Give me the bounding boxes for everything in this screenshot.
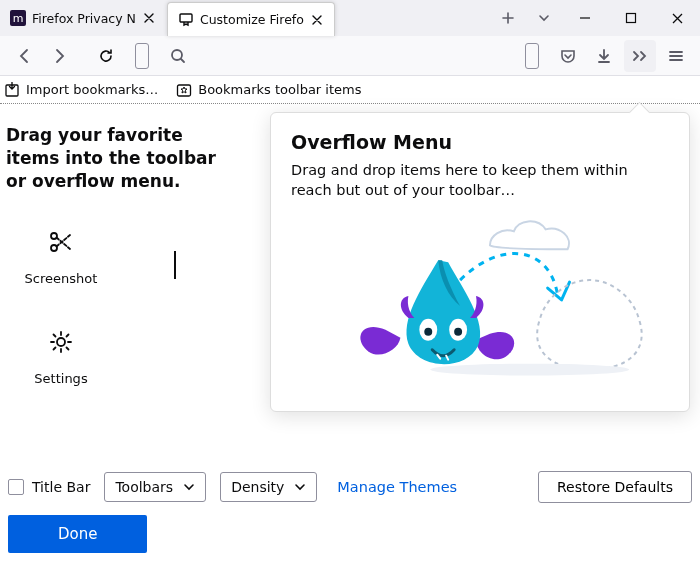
palette-item-screenshot[interactable]: Screenshot [6,223,116,323]
gear-icon [42,323,80,361]
svg-point-13 [424,328,432,336]
titlebar-checkbox[interactable]: Title Bar [8,479,90,495]
import-bookmarks-button[interactable]: Import bookmarks… [4,82,158,98]
flex-space-right[interactable] [516,40,548,72]
search-button[interactable] [162,40,194,72]
import-bookmarks-label: Import bookmarks… [26,82,158,97]
bookmarks-folder-item[interactable]: Bookmarks toolbar items [176,82,361,98]
overflow-menu-panel: Overflow Menu Drag and drop items here t… [270,112,690,412]
app-menu-button[interactable] [660,40,692,72]
palette-heading: Drag your favorite items into the toolba… [6,124,238,193]
close-icon[interactable] [142,11,156,25]
reload-button[interactable] [90,40,122,72]
pocket-button[interactable] [552,40,584,72]
restore-defaults-button[interactable]: Restore Defaults [538,471,692,503]
bookmarks-folder-label: Bookmarks toolbar items [198,82,361,97]
svg-rect-2 [180,14,192,22]
flex-space-left[interactable] [126,40,158,72]
chevron-down-icon [294,481,306,493]
svg-text:m: m [13,12,24,25]
back-button[interactable] [8,40,40,72]
tab-customize[interactable]: Customize Firefo [167,2,335,36]
tab-label: Customize Firefo [200,12,304,27]
close-window-button[interactable] [654,0,700,36]
svg-point-9 [57,338,65,346]
tab-strip: m Firefox Privacy N Customize Firefo [0,0,490,36]
maximize-button[interactable] [608,0,654,36]
window-controls [562,0,700,36]
palette-item-label: Settings [34,371,87,386]
paintbrush-icon [178,12,194,28]
toolbars-dropdown[interactable]: Toolbars [104,472,206,502]
overflow-button[interactable] [624,40,656,72]
density-label: Density [231,479,284,495]
overflow-description: Drag and drop items here to keep them wi… [291,161,669,200]
tabs-dropdown-button[interactable] [526,0,562,36]
customize-footer: Title Bar Toolbars Density Manage Themes… [0,459,700,565]
favicon-icon: m [10,10,26,26]
titlebar-label: Title Bar [32,479,90,495]
svg-rect-3 [627,14,636,23]
bookmarks-toolbar: Import bookmarks… Bookmarks toolbar item… [0,76,700,104]
overflow-illustration [291,210,669,380]
density-dropdown[interactable]: Density [220,472,317,502]
close-icon[interactable] [310,13,324,27]
palette-panel: Drag your favorite items into the toolba… [0,104,250,462]
palette-item-label: Screenshot [25,271,98,286]
scissors-icon [42,223,80,261]
nav-toolbar [0,36,700,76]
star-folder-icon [176,82,192,98]
chevron-down-icon [183,481,195,493]
svg-point-14 [454,328,462,336]
toolbars-label: Toolbars [115,479,173,495]
customize-main: Drag your favorite items into the toolba… [0,104,700,462]
svg-point-10 [430,364,629,376]
manage-themes-link[interactable]: Manage Themes [337,479,457,495]
forward-button[interactable] [44,40,76,72]
titlebar: m Firefox Privacy N Customize Firefo [0,0,700,36]
import-icon [4,82,20,98]
minimize-button[interactable] [562,0,608,36]
palette-item-settings[interactable]: Settings [6,323,116,423]
separator-item[interactable] [174,251,176,279]
tab-privacy[interactable]: m Firefox Privacy N [0,0,167,36]
checkbox-icon [8,479,24,495]
new-tab-button[interactable] [490,0,526,36]
overflow-title: Overflow Menu [291,131,669,153]
done-button[interactable]: Done [8,515,147,553]
tab-label: Firefox Privacy N [32,11,136,26]
downloads-button[interactable] [588,40,620,72]
